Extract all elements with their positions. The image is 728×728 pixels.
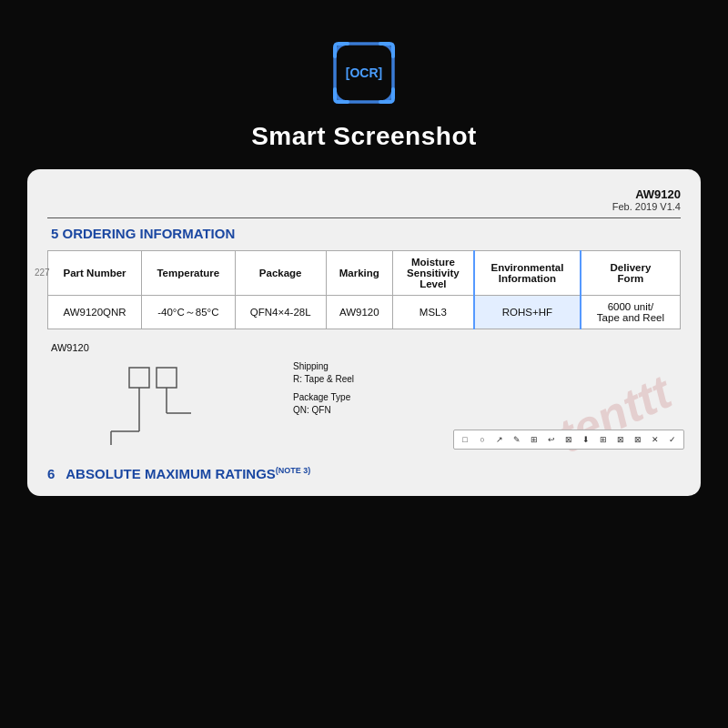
doc-divider	[47, 217, 681, 218]
app-header: [OCR] Smart Screenshot	[251, 0, 477, 151]
col-header-delivery: DeliveryForm	[581, 251, 681, 296]
cell-env-info: ROHS+HF	[474, 296, 581, 329]
col-header-marking: Marking	[326, 251, 392, 296]
col-header-part-number: Part Number	[48, 251, 142, 296]
cell-part-number: AW9120QNR	[48, 296, 142, 329]
ordering-info-table: Part Number Temperature Package Marking …	[47, 250, 681, 329]
svg-rect-3	[157, 368, 177, 388]
annotation-toolbar[interactable]: □ ○ ↗ ✎ ⊞ ↩ ⊠ ⬇ ⊞ ⊠ ⊠ ✕ ✓	[453, 430, 684, 450]
cell-package: QFN4×4-28L	[235, 296, 326, 329]
tool-undo[interactable]: ↩	[544, 432, 559, 447]
tool-download[interactable]: ⬇	[579, 432, 593, 447]
ocr-icon: [OCR]	[328, 36, 400, 109]
col-header-package: Package	[235, 251, 326, 296]
col-header-temperature: Temperature	[142, 251, 236, 296]
diagram-right: ShippingR: Tape & Reel Package TypeQN: Q…	[293, 342, 354, 422]
diagram-svg	[56, 359, 238, 459]
tool-extra1[interactable]: ⊠	[613, 432, 628, 447]
col-header-env-info: EnvironmentalInformation	[474, 251, 581, 296]
tool-arrow[interactable]: ↗	[492, 432, 507, 447]
diagram-part-label: AW9120	[47, 342, 89, 353]
tool-close[interactable]: ✕	[648, 432, 662, 447]
shipping-note: ShippingR: Tape & Reel	[293, 360, 354, 386]
cell-temperature: -40°C～85°C	[142, 296, 236, 329]
col-header-msl: MoistureSensitivityLevel	[392, 251, 474, 296]
tool-extra2[interactable]: ⊠	[631, 432, 645, 447]
tool-grid[interactable]: ⊞	[527, 432, 541, 447]
tool-rect[interactable]: □	[458, 432, 472, 447]
page-number: 227	[35, 268, 50, 278]
section5-title: 5 ORDERING INFORMATION	[47, 226, 681, 241]
document-card: AW9120 Feb. 2019 V1.4 227 5 ORDERING INF…	[27, 169, 701, 496]
diagram-left: AW9120	[47, 342, 238, 459]
section6-superscript: (NOTE 3)	[276, 466, 311, 475]
tool-copy[interactable]: ⊞	[596, 432, 611, 447]
tool-crop[interactable]: ⊠	[561, 432, 576, 447]
app-title: Smart Screenshot	[251, 122, 477, 151]
doc-part-number: AW9120	[47, 187, 681, 201]
package-note: Package TypeQN: QFN	[293, 391, 354, 417]
svg-rect-2	[129, 368, 149, 388]
cell-delivery: 6000 unit/Tape and Reel	[581, 296, 681, 329]
cell-msl: MSL3	[392, 296, 474, 329]
doc-date: Feb. 2019 V1.4	[47, 201, 681, 212]
section6-title: 6 ABSOLUTE MAXIMUM RATINGS(NOTE 3)	[47, 466, 681, 481]
doc-header: AW9120 Feb. 2019 V1.4	[47, 187, 681, 212]
tool-oval[interactable]: ○	[475, 432, 490, 447]
tool-confirm[interactable]: ✓	[665, 432, 680, 447]
tool-pen[interactable]: ✎	[510, 432, 524, 447]
cell-marking: AW9120	[326, 296, 392, 329]
table-row: AW9120QNR -40°C～85°C QFN4×4-28L AW9120 M…	[48, 296, 681, 329]
svg-text:[OCR]: [OCR]	[346, 66, 382, 80]
